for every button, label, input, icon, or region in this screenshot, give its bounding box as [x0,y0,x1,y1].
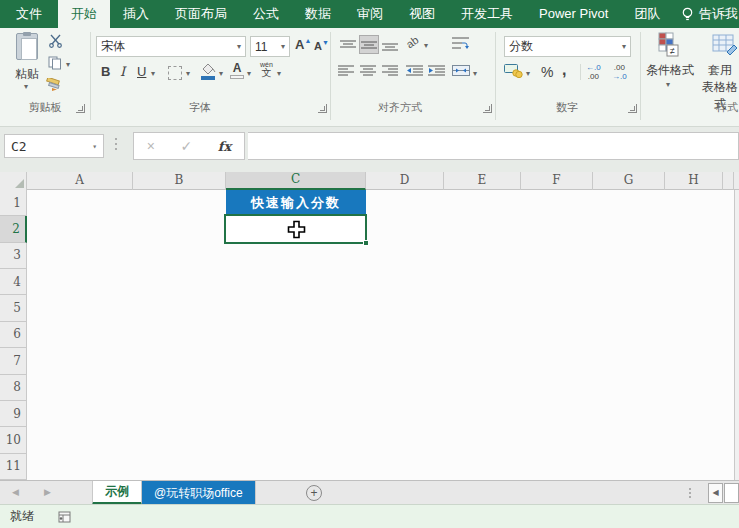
insert-function-icon[interactable]: fx [218,139,231,154]
clipboard-dialog-launcher[interactable] [76,104,85,113]
ribbon-tab-团队[interactable]: 团队 [621,0,673,28]
enter-icon[interactable]: ✓ [181,138,193,154]
increase-decimal-button[interactable]: ←.0 .00 [586,63,601,81]
cancel-icon[interactable]: × [147,138,155,154]
align-center-button[interactable] [360,64,376,77]
fill-color-button[interactable] [200,63,216,80]
wrap-text-button[interactable] [452,36,469,49]
ribbon-tab-公式[interactable]: 公式 [240,0,292,28]
row-header-7[interactable]: 7 [0,348,27,374]
accounting-format-button[interactable] [504,63,523,78]
column-header-D[interactable]: D [366,172,444,190]
copy-dropdown-arrow[interactable]: ▾ [66,60,70,69]
ribbon-tab-数据[interactable]: 数据 [292,0,344,28]
column-header-F[interactable]: F [521,172,593,190]
new-sheet-button[interactable]: + [306,485,322,501]
row-header-9[interactable]: 9 [0,401,27,427]
ribbon-tab-插入[interactable]: 插入 [110,0,162,28]
ribbon-tab-开发工具[interactable]: 开发工具 [448,0,526,28]
accounting-dropdown-arrow[interactable]: ▾ [526,69,530,78]
merge-center-button[interactable] [452,64,470,77]
name-box[interactable]: C2 ▾ [4,134,104,158]
conditional-formatting-button[interactable]: 条件格式 [644,62,696,79]
column-header-partial[interactable] [723,172,734,190]
align-right-button[interactable] [382,64,398,77]
select-all-corner[interactable] [0,172,27,190]
paste-icon[interactable] [16,33,38,60]
tell-me[interactable]: 告诉我 [677,0,739,28]
column-header-H[interactable]: H [665,172,723,190]
ribbon-tab-审阅[interactable]: 审阅 [344,0,396,28]
row-header-2[interactable]: 2 [0,216,27,242]
column-header-B[interactable]: B [133,172,226,190]
decrease-decimal-button[interactable]: .00 →.0 [612,63,627,81]
font-size-combo[interactable]: 11▾ [250,36,290,57]
format-painter-button[interactable] [46,78,62,92]
font-name-combo[interactable]: 宋体▾ [96,36,246,57]
row-header-11[interactable]: 11 [0,454,27,480]
orientation-button[interactable]: ab [406,36,418,48]
align-left-button[interactable] [338,64,354,77]
italic-button[interactable]: I [120,64,125,79]
number-format-combo[interactable]: 分数▾ [504,36,631,57]
sheet-nav-next-icon[interactable]: ▶ [44,487,51,497]
tab-splitter-handle[interactable] [689,488,691,498]
underline-button[interactable]: U [137,64,146,79]
tab-file[interactable]: 文件 [0,0,58,28]
row-header-4[interactable]: 4 [0,269,27,295]
hscroll-thumb[interactable] [724,483,739,503]
shrink-font-button[interactable]: A▼ [314,39,329,52]
alignment-dialog-launcher[interactable] [483,104,492,113]
phonetic-button[interactable]: wén 文 [260,61,273,77]
font-dialog-launcher[interactable] [318,104,327,113]
row-header-3[interactable]: 3 [0,243,27,269]
hscroll-left-button[interactable]: ◀ [708,483,723,503]
row-header-6[interactable]: 6 [0,322,27,348]
ribbon-tab-开始[interactable]: 开始 [58,0,110,28]
borders-dropdown-arrow[interactable]: ▾ [186,69,190,78]
macro-record-icon[interactable] [58,511,71,523]
column-header-A[interactable]: A [27,172,133,190]
fill-handle[interactable] [363,240,369,246]
conditional-formatting-arrow[interactable]: ▾ [666,80,670,89]
vertical-scrollbar[interactable] [734,190,739,480]
cell-C1-banner[interactable]: 快速输入分数 [226,190,366,216]
column-header-C[interactable]: C [226,172,366,190]
ribbon-tab-视图[interactable]: 视图 [396,0,448,28]
comma-style-button[interactable]: , [562,61,566,79]
underline-dropdown-arrow[interactable]: ▾ [151,69,155,78]
percent-style-button[interactable]: % [541,64,553,80]
font-color-dropdown-arrow[interactable]: ▾ [247,69,251,78]
borders-button[interactable] [168,66,182,80]
row-header-10[interactable]: 10 [0,427,27,453]
ribbon-tab-页面布局[interactable]: 页面布局 [162,0,240,28]
merge-dropdown-arrow[interactable]: ▾ [473,69,477,78]
bold-button[interactable]: B [101,64,110,79]
column-header-E[interactable]: E [444,172,521,190]
paste-button[interactable]: 粘贴 [8,66,46,83]
orientation-dropdown-arrow[interactable]: ▾ [424,41,428,50]
phonetic-dropdown-arrow[interactable]: ▾ [277,69,281,78]
fill-color-dropdown-arrow[interactable]: ▾ [219,69,223,78]
sheet-tab-@玩转职场office[interactable]: @玩转职场office [142,481,256,505]
formula-bar-resize-handle[interactable] [115,138,117,150]
align-bottom-button[interactable] [380,36,400,54]
row-header-1[interactable]: 1 [0,190,27,216]
increase-indent-button[interactable] [428,64,445,77]
sheet-tab-示例[interactable]: 示例 [92,481,142,505]
row-header-8[interactable]: 8 [0,375,27,401]
row-header-5[interactable]: 5 [0,295,27,321]
sheet-grid[interactable]: 1234567891011 快速输入分数 [0,190,739,480]
formula-input[interactable] [248,132,739,160]
cut-button[interactable] [48,34,63,48]
sheet-nav-prev-icon[interactable]: ◀ [12,487,19,497]
decrease-indent-button[interactable] [406,64,423,77]
number-dialog-launcher[interactable] [628,104,637,113]
align-middle-button[interactable] [359,35,379,54]
column-header-G[interactable]: G [593,172,665,190]
grow-font-button[interactable]: A▲ [295,37,311,52]
paste-dropdown-arrow[interactable]: ▾ [24,82,28,91]
ribbon-tab-Power Pivot[interactable]: Power Pivot [526,0,621,28]
align-top-button[interactable] [338,36,358,54]
font-color-button[interactable]: A [230,62,244,79]
